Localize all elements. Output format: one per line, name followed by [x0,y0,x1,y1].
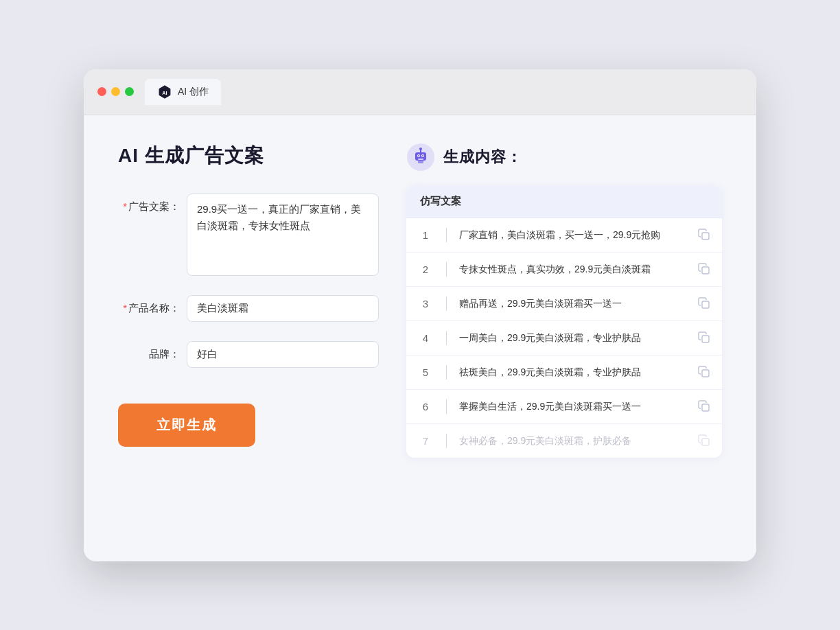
table-row: 3 赠品再送，29.9元美白淡斑霜买一送一 [406,287,722,321]
row-text: 专抹女性斑点，真实功效，29.9元美白淡斑霜 [459,262,688,277]
row-num: 4 [417,332,434,344]
svg-rect-15 [702,370,709,377]
minimize-button[interactable] [111,87,120,96]
product-name-label: *产品名称： [118,295,180,315]
copy-icon[interactable] [697,262,711,276]
table-row: 6 掌握美白生活，29.9元美白淡斑霜买一送一 [406,390,722,424]
svg-point-9 [419,148,422,150]
row-text: 祛斑美白，29.9元美白淡斑霜，专业护肤品 [459,365,688,380]
row-num: 6 [417,401,434,412]
row-text: 厂家直销，美白淡斑霜，买一送一，29.9元抢购 [459,228,688,242]
ad-copy-input[interactable]: 29.9买一送一，真正的厂家直销，美白淡斑霜，专抹女性斑点 [187,194,379,276]
ai-tab-icon: AI [157,84,172,100]
svg-rect-16 [702,404,709,411]
divider [446,296,447,311]
robot-icon [406,143,435,172]
divider [446,399,447,414]
left-panel: AI 生成广告文案 *广告文案： 29.9买一送一，真正的厂家直销，美白淡斑霜，… [118,143,379,527]
table-row: 1 厂家直销，美白淡斑霜，买一送一，29.9元抢购 [406,218,722,253]
main-content: AI 生成广告文案 *广告文案： 29.9买一送一，真正的厂家直销，美白淡斑霜，… [84,115,756,561]
row-num: 7 [417,435,434,447]
table-row: 7 女神必备，29.9元美白淡斑霜，护肤必备 [406,424,722,458]
divider [446,434,447,448]
brand-group: 品牌： [118,341,379,368]
traffic-lights [97,87,134,96]
svg-rect-10 [418,161,423,163]
title-bar: AI AI 创作 [84,69,756,115]
close-button[interactable] [97,87,106,96]
svg-rect-11 [702,233,709,240]
ai-tab[interactable]: AI AI 创作 [145,79,221,105]
ad-copy-label: *广告文案： [118,194,180,213]
generate-button[interactable]: 立即生成 [118,404,255,447]
row-text: 赠品再送，29.9元美白淡斑霜买一送一 [459,296,688,311]
table-row: 4 一周美白，29.9元美白淡斑霜，专业护肤品 [406,321,722,355]
svg-point-5 [418,155,419,156]
ad-copy-group: *广告文案： 29.9买一送一，真正的厂家直销，美白淡斑霜，专抹女性斑点 [118,194,379,276]
row-text: 女神必备，29.9元美白淡斑霜，护肤必备 [459,434,688,448]
required-star-2: * [123,302,127,314]
result-table: 仿写文案 1 厂家直销，美白淡斑霜，买一送一，29.9元抢购 2 专抹女性斑点，… [406,185,722,458]
svg-rect-14 [702,336,709,342]
right-panel: 生成内容： 仿写文案 1 厂家直销，美白淡斑霜，买一送一，29.9元抢购 [406,143,722,527]
result-header: 生成内容： [406,143,722,172]
page-title: AI 生成广告文案 [118,143,379,169]
divider [446,365,447,380]
svg-rect-17 [702,439,709,445]
row-num: 5 [417,366,434,378]
copy-icon[interactable] [697,296,711,310]
copy-icon[interactable] [697,228,711,242]
copy-icon[interactable] [697,365,711,379]
svg-rect-12 [702,267,709,274]
copy-icon[interactable] [697,399,711,413]
browser-window: AI AI 创作 AI 生成广告文案 *广告文案： 29.9买一送一，真正的厂家… [84,69,756,561]
copy-icon[interactable] [697,331,711,345]
required-star: * [123,200,127,212]
product-name-group: *产品名称： [118,295,379,322]
row-text: 一周美白，29.9元美白淡斑霜，专业护肤品 [459,331,688,345]
row-num: 2 [417,264,434,275]
maximize-button[interactable] [125,87,134,96]
svg-rect-13 [702,301,709,308]
divider [446,262,447,277]
table-row: 5 祛斑美白，29.9元美白淡斑霜，专业护肤品 [406,355,722,390]
svg-point-6 [422,155,423,156]
tab-label: AI 创作 [178,86,209,98]
divider [446,228,447,242]
copy-icon[interactable] [697,434,711,447]
table-row: 2 专抹女性斑点，真实功效，29.9元美白淡斑霜 [406,253,722,287]
row-text: 掌握美白生活，29.9元美白淡斑霜买一送一 [459,399,688,414]
brand-input[interactable] [187,341,379,368]
svg-rect-7 [418,159,423,160]
table-header: 仿写文案 [406,185,722,218]
row-num: 1 [417,229,434,241]
product-name-input[interactable] [187,295,379,322]
row-num: 3 [417,298,434,310]
brand-label: 品牌： [118,341,180,361]
svg-text:AI: AI [162,89,167,95]
divider [446,331,447,345]
result-title: 生成内容： [443,147,522,167]
